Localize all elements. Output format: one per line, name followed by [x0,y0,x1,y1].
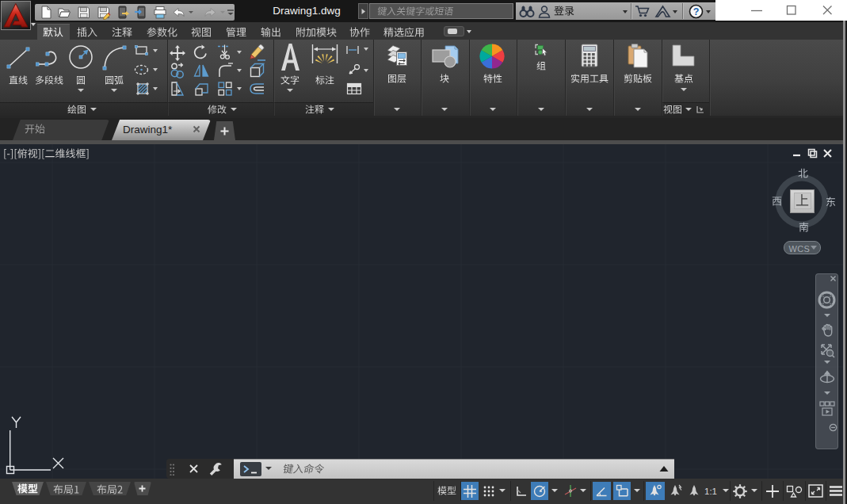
svg-text:?: ? [693,6,700,17]
